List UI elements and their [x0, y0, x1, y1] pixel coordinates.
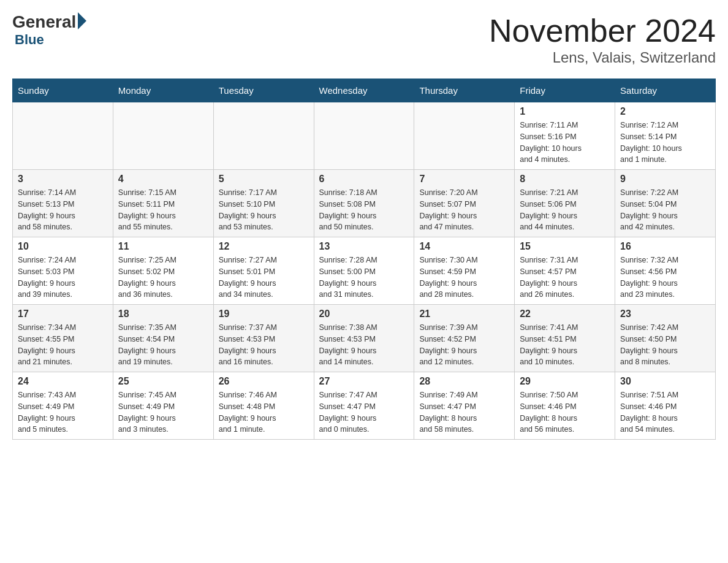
calendar-header-thursday: Thursday: [414, 79, 515, 102]
calendar-cell: 12Sunrise: 7:27 AM Sunset: 5:01 PM Dayli…: [213, 237, 314, 305]
day-number: 18: [118, 308, 208, 320]
calendar-cell: 26Sunrise: 7:46 AM Sunset: 4:48 PM Dayli…: [213, 372, 314, 440]
day-info: Sunrise: 7:39 AM Sunset: 4:52 PM Dayligh…: [419, 322, 509, 368]
calendar-table: SundayMondayTuesdayWednesdayThursdayFrid…: [12, 79, 716, 440]
calendar-cell: 3Sunrise: 7:14 AM Sunset: 5:13 PM Daylig…: [13, 170, 113, 237]
day-info: Sunrise: 7:37 AM Sunset: 4:53 PM Dayligh…: [219, 322, 309, 368]
day-info: Sunrise: 7:41 AM Sunset: 4:51 PM Dayligh…: [520, 322, 610, 368]
day-info: Sunrise: 7:42 AM Sunset: 4:50 PM Dayligh…: [620, 322, 710, 368]
logo-blue-text: Blue: [15, 32, 44, 48]
day-info: Sunrise: 7:46 AM Sunset: 4:48 PM Dayligh…: [219, 389, 309, 435]
day-number: 24: [18, 376, 108, 387]
calendar-cell: 14Sunrise: 7:30 AM Sunset: 4:59 PM Dayli…: [414, 237, 515, 305]
calendar-header-monday: Monday: [113, 79, 213, 102]
calendar-cell: 18Sunrise: 7:35 AM Sunset: 4:54 PM Dayli…: [113, 305, 213, 372]
day-info: Sunrise: 7:21 AM Sunset: 5:06 PM Dayligh…: [520, 187, 610, 233]
calendar-week-row: 10Sunrise: 7:24 AM Sunset: 5:03 PM Dayli…: [13, 237, 716, 305]
calendar-subtitle: Lens, Valais, Switzerland: [489, 49, 716, 66]
calendar-cell: 8Sunrise: 7:21 AM Sunset: 5:06 PM Daylig…: [515, 170, 615, 237]
title-block: November 2024 Lens, Valais, Switzerland: [489, 12, 716, 66]
day-number: 5: [219, 174, 309, 185]
day-info: Sunrise: 7:35 AM Sunset: 4:54 PM Dayligh…: [118, 322, 208, 368]
calendar-header-row: SundayMondayTuesdayWednesdayThursdayFrid…: [13, 79, 716, 102]
day-number: 15: [520, 241, 610, 252]
calendar-week-row: 24Sunrise: 7:43 AM Sunset: 4:49 PM Dayli…: [13, 372, 716, 440]
calendar-cell: [314, 102, 414, 170]
day-info: Sunrise: 7:18 AM Sunset: 5:08 PM Dayligh…: [319, 187, 409, 233]
day-number: 6: [319, 174, 409, 185]
day-info: Sunrise: 7:17 AM Sunset: 5:10 PM Dayligh…: [219, 187, 309, 233]
calendar-cell: 22Sunrise: 7:41 AM Sunset: 4:51 PM Dayli…: [515, 305, 615, 372]
day-number: 2: [620, 106, 710, 117]
calendar-cell: [414, 102, 515, 170]
calendar-title: November 2024: [489, 12, 716, 49]
day-info: Sunrise: 7:12 AM Sunset: 5:14 PM Dayligh…: [620, 120, 710, 166]
day-info: Sunrise: 7:24 AM Sunset: 5:03 PM Dayligh…: [18, 255, 108, 301]
day-number: 14: [419, 241, 509, 252]
day-number: 10: [18, 241, 108, 252]
day-number: 20: [319, 308, 409, 320]
calendar-cell: 10Sunrise: 7:24 AM Sunset: 5:03 PM Dayli…: [13, 237, 113, 305]
day-info: Sunrise: 7:49 AM Sunset: 4:47 PM Dayligh…: [419, 389, 509, 435]
day-info: Sunrise: 7:31 AM Sunset: 4:57 PM Dayligh…: [520, 255, 610, 301]
day-info: Sunrise: 7:25 AM Sunset: 5:02 PM Dayligh…: [118, 255, 208, 301]
calendar-cell: 23Sunrise: 7:42 AM Sunset: 4:50 PM Dayli…: [615, 305, 716, 372]
day-number: 11: [118, 241, 208, 252]
day-number: 29: [520, 376, 610, 387]
day-number: 19: [219, 308, 309, 320]
day-number: 26: [219, 376, 309, 387]
logo-arrow-icon: [78, 12, 86, 29]
day-info: Sunrise: 7:30 AM Sunset: 4:59 PM Dayligh…: [419, 255, 509, 301]
calendar-cell: [13, 102, 113, 170]
day-info: Sunrise: 7:34 AM Sunset: 4:55 PM Dayligh…: [18, 322, 108, 368]
calendar-cell: 2Sunrise: 7:12 AM Sunset: 5:14 PM Daylig…: [615, 102, 716, 170]
calendar-cell: 29Sunrise: 7:50 AM Sunset: 4:46 PM Dayli…: [515, 372, 615, 440]
calendar-week-row: 17Sunrise: 7:34 AM Sunset: 4:55 PM Dayli…: [13, 305, 716, 372]
day-number: 25: [118, 376, 208, 387]
calendar-cell: 16Sunrise: 7:32 AM Sunset: 4:56 PM Dayli…: [615, 237, 716, 305]
calendar-header-friday: Friday: [515, 79, 615, 102]
calendar-cell: [113, 102, 213, 170]
calendar-cell: 6Sunrise: 7:18 AM Sunset: 5:08 PM Daylig…: [314, 170, 414, 237]
day-number: 21: [419, 308, 509, 320]
day-info: Sunrise: 7:51 AM Sunset: 4:46 PM Dayligh…: [620, 389, 710, 435]
day-info: Sunrise: 7:38 AM Sunset: 4:53 PM Dayligh…: [319, 322, 409, 368]
day-number: 17: [18, 308, 108, 320]
day-info: Sunrise: 7:14 AM Sunset: 5:13 PM Dayligh…: [18, 187, 108, 233]
day-info: Sunrise: 7:15 AM Sunset: 5:11 PM Dayligh…: [118, 187, 208, 233]
day-info: Sunrise: 7:50 AM Sunset: 4:46 PM Dayligh…: [520, 389, 610, 435]
calendar-cell: 27Sunrise: 7:47 AM Sunset: 4:47 PM Dayli…: [314, 372, 414, 440]
day-info: Sunrise: 7:20 AM Sunset: 5:07 PM Dayligh…: [419, 187, 509, 233]
day-number: 28: [419, 376, 509, 387]
day-info: Sunrise: 7:28 AM Sunset: 5:00 PM Dayligh…: [319, 255, 409, 301]
day-info: Sunrise: 7:11 AM Sunset: 5:16 PM Dayligh…: [520, 120, 610, 166]
calendar-cell: 24Sunrise: 7:43 AM Sunset: 4:49 PM Dayli…: [13, 372, 113, 440]
calendar-cell: 4Sunrise: 7:15 AM Sunset: 5:11 PM Daylig…: [113, 170, 213, 237]
calendar-cell: 13Sunrise: 7:28 AM Sunset: 5:00 PM Dayli…: [314, 237, 414, 305]
calendar-week-row: 1Sunrise: 7:11 AM Sunset: 5:16 PM Daylig…: [13, 102, 716, 170]
day-number: 4: [118, 174, 208, 185]
calendar-cell: 20Sunrise: 7:38 AM Sunset: 4:53 PM Dayli…: [314, 305, 414, 372]
day-number: 30: [620, 376, 710, 387]
page-header: General Blue November 2024 Lens, Valais,…: [12, 12, 716, 66]
day-number: 12: [219, 241, 309, 252]
day-info: Sunrise: 7:45 AM Sunset: 4:49 PM Dayligh…: [118, 389, 208, 435]
calendar-cell: 21Sunrise: 7:39 AM Sunset: 4:52 PM Dayli…: [414, 305, 515, 372]
day-info: Sunrise: 7:43 AM Sunset: 4:49 PM Dayligh…: [18, 389, 108, 435]
calendar-header-sunday: Sunday: [13, 79, 113, 102]
calendar-week-row: 3Sunrise: 7:14 AM Sunset: 5:13 PM Daylig…: [13, 170, 716, 237]
calendar-cell: 11Sunrise: 7:25 AM Sunset: 5:02 PM Dayli…: [113, 237, 213, 305]
calendar-header-wednesday: Wednesday: [314, 79, 414, 102]
calendar-cell: 17Sunrise: 7:34 AM Sunset: 4:55 PM Dayli…: [13, 305, 113, 372]
day-info: Sunrise: 7:22 AM Sunset: 5:04 PM Dayligh…: [620, 187, 710, 233]
day-number: 7: [419, 174, 509, 185]
calendar-cell: 25Sunrise: 7:45 AM Sunset: 4:49 PM Dayli…: [113, 372, 213, 440]
day-info: Sunrise: 7:32 AM Sunset: 4:56 PM Dayligh…: [620, 255, 710, 301]
day-number: 22: [520, 308, 610, 320]
calendar-header-tuesday: Tuesday: [213, 79, 314, 102]
calendar-cell: [213, 102, 314, 170]
day-number: 3: [18, 174, 108, 185]
day-info: Sunrise: 7:47 AM Sunset: 4:47 PM Dayligh…: [319, 389, 409, 435]
calendar-cell: 1Sunrise: 7:11 AM Sunset: 5:16 PM Daylig…: [515, 102, 615, 170]
day-number: 1: [520, 106, 610, 117]
